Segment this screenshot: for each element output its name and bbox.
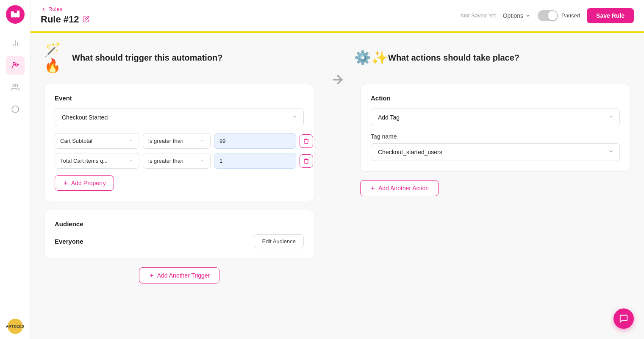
- chat-button[interactable]: [613, 308, 634, 329]
- condition-select-1[interactable]: is greater than is less than equals: [143, 133, 211, 149]
- tag-name-label: Tag name: [371, 133, 620, 140]
- toggle-label: Paused: [561, 12, 580, 19]
- condition-wrapper-1: is greater than is less than equals: [143, 133, 211, 149]
- add-property-button[interactable]: Add Property: [55, 175, 114, 191]
- add-action-label: Add Another Action: [378, 185, 429, 192]
- header-left: Rules Rule #12: [41, 6, 89, 25]
- action-dropdown-wrapper: Add Tag Remove Tag Send Email Webhook: [371, 108, 620, 126]
- header-right: Not Saved Yet Options Paused Save Rule: [461, 8, 634, 23]
- property-row: Cart Subtotal Total Cart items q... Cart…: [55, 133, 304, 149]
- rule-title-container: Rule #12: [41, 14, 89, 25]
- action-column: ⚙️✨ What actions should take place? Acti…: [360, 47, 630, 196]
- audience-everyone-label: Everyone: [55, 238, 83, 245]
- audience-card: Audience Everyone Edit Audience: [44, 210, 314, 259]
- sidebar-item-rules[interactable]: [6, 56, 25, 75]
- svg-rect-1: [14, 14, 17, 17]
- property-name-wrapper-1: Cart Subtotal Total Cart items q... Cart…: [55, 133, 139, 149]
- options-button[interactable]: Options: [503, 12, 531, 19]
- svg-point-9: [13, 84, 16, 87]
- trigger-section-header: 🪄🔥 What should trigger this automation?: [44, 47, 314, 69]
- edit-audience-button[interactable]: Edit Audience: [254, 234, 304, 248]
- add-trigger-button[interactable]: Add Another Trigger: [139, 267, 220, 283]
- edit-icon[interactable]: [83, 14, 89, 25]
- svg-point-7: [15, 64, 17, 66]
- options-label: Options: [503, 12, 523, 19]
- property-name-select-2[interactable]: Total Cart items q... Cart Subtotal Cart…: [55, 153, 139, 169]
- svg-point-6: [13, 62, 15, 64]
- columns-layout: 🪄🔥 What should trigger this automation? …: [44, 47, 630, 283]
- action-card: Action Add Tag Remove Tag Send Email Web…: [360, 84, 630, 172]
- property-row: Total Cart items q... Cart Subtotal Cart…: [55, 153, 304, 169]
- action-heading: What actions should take place?: [388, 53, 519, 63]
- sidebar-bottom: ARTBEES: [8, 319, 23, 334]
- svg-rect-0: [11, 12, 14, 17]
- delete-property-button-2[interactable]: [300, 154, 313, 168]
- paused-toggle[interactable]: [538, 10, 558, 21]
- sidebar-item-analytics[interactable]: [6, 34, 25, 53]
- condition-wrapper-2: is greater than is less than equals: [143, 153, 211, 169]
- sidebar-item-users[interactable]: [6, 78, 25, 97]
- header: Rules Rule #12 Not Saved Yet Options: [31, 0, 644, 31]
- action-section-header: ⚙️✨ What actions should take place?: [360, 47, 630, 69]
- property-value-input-1[interactable]: [214, 133, 296, 149]
- action-icon: ⚙️✨: [360, 47, 382, 69]
- tag-name-select[interactable]: Checkout_started_users vip-users high-va…: [371, 143, 620, 161]
- trigger-icon: 🪄🔥: [44, 47, 66, 69]
- sidebar-item-products[interactable]: [6, 100, 25, 119]
- save-rule-button[interactable]: Save Rule: [587, 8, 634, 23]
- arrow-column: [325, 47, 350, 87]
- audience-label: Audience: [55, 220, 304, 228]
- property-value-input-2[interactable]: [214, 153, 296, 169]
- rule-title-text: Rule #12: [41, 14, 79, 25]
- tag-name-wrapper: Checkout_started_users vip-users high-va…: [371, 143, 620, 161]
- audience-row: Everyone Edit Audience: [55, 234, 304, 248]
- event-card: Event Checkout Started Order Completed P…: [44, 84, 314, 201]
- trigger-column: 🪄🔥 What should trigger this automation? …: [44, 47, 314, 283]
- sidebar: ARTBEES: [0, 0, 31, 339]
- main-content: Rules Rule #12 Not Saved Yet Options: [31, 0, 644, 339]
- svg-rect-2: [17, 11, 19, 17]
- not-saved-label: Not Saved Yet: [461, 12, 496, 19]
- breadcrumb[interactable]: Rules: [41, 6, 89, 12]
- property-name-select-1[interactable]: Cart Subtotal Total Cart items q... Cart…: [55, 133, 139, 149]
- event-select[interactable]: Checkout Started Order Completed Page Vi…: [55, 108, 304, 126]
- action-select[interactable]: Add Tag Remove Tag Send Email Webhook: [371, 108, 620, 126]
- toggle-container: Paused: [538, 10, 580, 21]
- breadcrumb-label: Rules: [48, 6, 62, 12]
- event-dropdown-wrapper: Checkout Started Order Completed Page Vi…: [55, 108, 304, 126]
- property-rows: Cart Subtotal Total Cart items q... Cart…: [55, 133, 304, 169]
- action-label: Action: [371, 94, 620, 102]
- add-action-button[interactable]: Add Another Action: [360, 180, 439, 196]
- page-body: 🪄🔥 What should trigger this automation? …: [31, 33, 644, 339]
- event-label: Event: [55, 94, 304, 102]
- delete-property-button-1[interactable]: [300, 134, 313, 148]
- add-property-label: Add Property: [71, 180, 106, 186]
- add-trigger-label: Add Another Trigger: [157, 272, 210, 279]
- property-name-wrapper-2: Total Cart items q... Cart Subtotal Cart…: [55, 153, 139, 169]
- trigger-heading: What should trigger this automation?: [72, 53, 223, 63]
- avatar[interactable]: ARTBEES: [8, 319, 23, 334]
- toggle-knob: [548, 11, 557, 20]
- sidebar-logo[interactable]: [6, 5, 25, 24]
- condition-select-2[interactable]: is greater than is less than equals: [143, 153, 211, 169]
